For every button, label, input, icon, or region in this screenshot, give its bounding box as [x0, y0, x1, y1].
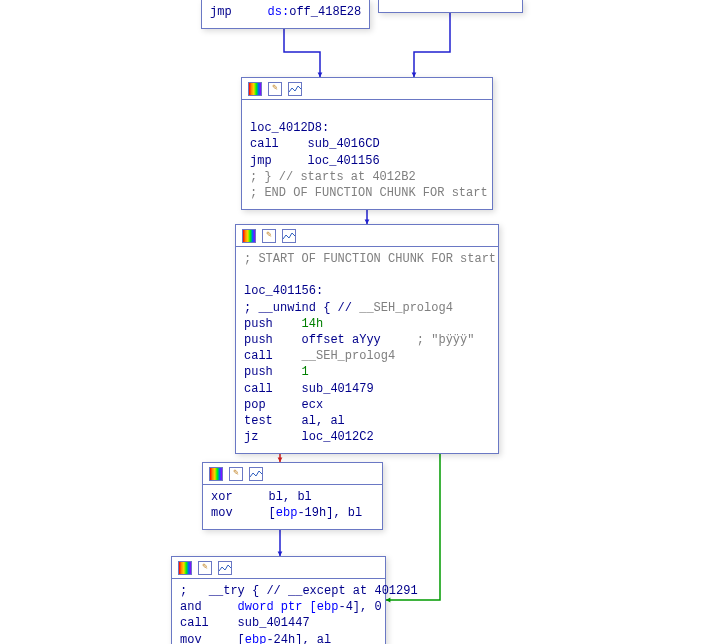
asm-line[interactable]: call __SEH_prolog4: [244, 348, 490, 364]
asm-line[interactable]: push offset aYyy ; "þÿÿÿ": [244, 332, 490, 348]
asm-line[interactable]: push 14h: [244, 316, 490, 332]
asm-line[interactable]: and dword ptr [ebp-4], 0: [180, 599, 377, 615]
asm-line[interactable]: pop ecx: [244, 397, 490, 413]
edit-icon[interactable]: ✎: [262, 229, 276, 243]
asm-line[interactable]: call sub_401447: [180, 615, 377, 631]
palette-icon[interactable]: [209, 467, 223, 481]
asm-line[interactable]: push 1: [244, 364, 490, 380]
block-titlebar: ✎: [203, 463, 382, 485]
asm-line[interactable]: call sub_401479: [244, 381, 490, 397]
asm-line[interactable]: ; END OF FUNCTION CHUNK FOR start: [250, 185, 484, 201]
asm-block[interactable]: [378, 0, 523, 13]
edit-icon[interactable]: ✎: [268, 82, 282, 96]
asm-block[interactable]: ✎ loc_4012D8:call sub_4016CDjmp loc_4011…: [241, 77, 493, 210]
asm-block[interactable]: ✎; __try { // __except at 401291and dwor…: [171, 556, 386, 644]
asm-line[interactable]: ; __unwind { // __SEH_prolog4: [244, 300, 490, 316]
graph-icon[interactable]: [288, 82, 302, 96]
asm-line[interactable]: mov [ebp-19h], bl: [211, 505, 374, 521]
graph-icon[interactable]: [282, 229, 296, 243]
palette-icon[interactable]: [242, 229, 256, 243]
asm-line[interactable]: ; __try { // __except at 401291: [180, 583, 377, 599]
asm-block[interactable]: ✎xor bl, blmov [ebp-19h], bl: [202, 462, 383, 530]
asm-body: [379, 0, 522, 12]
graph-icon[interactable]: [249, 467, 263, 481]
asm-line[interactable]: [250, 104, 484, 120]
asm-body: ; START OF FUNCTION CHUNK FOR start loc_…: [236, 247, 498, 453]
graph-icon[interactable]: [218, 561, 232, 575]
asm-line[interactable]: ; START OF FUNCTION CHUNK FOR start: [244, 251, 490, 267]
edge: [414, 6, 450, 77]
block-titlebar: ✎: [236, 225, 498, 247]
asm-line[interactable]: test al, al: [244, 413, 490, 429]
edit-icon[interactable]: ✎: [198, 561, 212, 575]
asm-line[interactable]: loc_4012D8:: [250, 120, 484, 136]
asm-block[interactable]: jmp ds:off_418E28: [201, 0, 370, 29]
asm-body: loc_4012D8:call sub_4016CDjmp loc_401156…: [242, 100, 492, 209]
asm-line[interactable]: mov [ebp-24h], al: [180, 632, 377, 644]
asm-body: ; __try { // __except at 401291and dword…: [172, 579, 385, 644]
edit-icon[interactable]: ✎: [229, 467, 243, 481]
asm-line[interactable]: call sub_4016CD: [250, 136, 484, 152]
asm-line[interactable]: jmp ds:off_418E28: [210, 4, 361, 20]
asm-line[interactable]: jz loc_4012C2: [244, 429, 490, 445]
asm-body: jmp ds:off_418E28: [202, 0, 369, 28]
asm-block[interactable]: ✎; START OF FUNCTION CHUNK FOR start loc…: [235, 224, 499, 454]
asm-line[interactable]: jmp loc_401156: [250, 153, 484, 169]
asm-line[interactable]: loc_401156:: [244, 283, 490, 299]
palette-icon[interactable]: [248, 82, 262, 96]
arrowhead-icon: [386, 598, 390, 603]
block-titlebar: ✎: [242, 78, 492, 100]
block-titlebar: ✎: [172, 557, 385, 579]
edge: [284, 22, 320, 77]
asm-line[interactable]: ; } // starts at 4012B2: [250, 169, 484, 185]
asm-line[interactable]: [244, 267, 490, 283]
palette-icon[interactable]: [178, 561, 192, 575]
asm-line[interactable]: xor bl, bl: [211, 489, 374, 505]
asm-body: xor bl, blmov [ebp-19h], bl: [203, 485, 382, 529]
